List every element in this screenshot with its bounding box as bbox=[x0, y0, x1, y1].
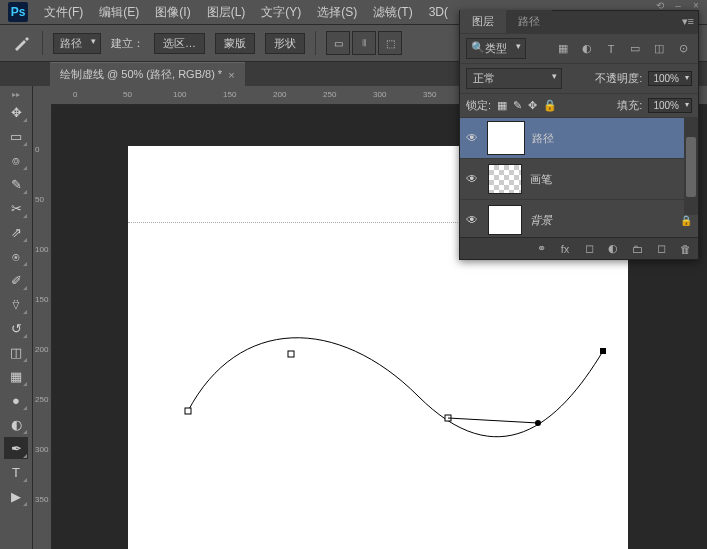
ruler-tick: 0 bbox=[73, 90, 77, 99]
dodge-tool[interactable]: ◐ bbox=[4, 413, 28, 435]
lock-pixels-icon[interactable]: ✎ bbox=[513, 99, 522, 112]
visibility-icon[interactable]: 👁 bbox=[466, 172, 480, 186]
svg-rect-1 bbox=[288, 351, 294, 357]
ruler-tick: 50 bbox=[123, 90, 132, 99]
layer-name[interactable]: 背景 bbox=[530, 213, 552, 228]
adjustment-layer-icon[interactable]: ◐ bbox=[606, 242, 620, 255]
ruler-tick: 350 bbox=[423, 90, 436, 99]
mode-dropdown[interactable]: 路径 bbox=[53, 33, 101, 54]
layer-name[interactable]: 画笔 bbox=[530, 172, 552, 187]
type-tool[interactable]: T bbox=[4, 461, 28, 483]
layer-list: 👁 路径 👁 画笔 👁 背景 🔒 bbox=[460, 117, 698, 237]
fill-label: 填充: bbox=[617, 98, 642, 113]
eraser-tool[interactable]: ◫ bbox=[4, 341, 28, 363]
healing-tool[interactable]: ⍟ bbox=[4, 245, 28, 267]
lock-transparency-icon[interactable]: ▦ bbox=[497, 99, 507, 112]
visibility-icon[interactable]: 👁 bbox=[466, 213, 480, 227]
layer-fx-icon[interactable]: fx bbox=[558, 243, 572, 255]
layer-item[interactable]: 👁 路径 bbox=[460, 117, 698, 158]
filter-pixel-icon[interactable]: ▦ bbox=[554, 41, 572, 57]
path-op-icon[interactable]: ▭ bbox=[326, 31, 350, 55]
history-brush-tool[interactable]: ↺ bbox=[4, 317, 28, 339]
filter-type-icon[interactable]: T bbox=[602, 41, 620, 57]
tab-close-icon[interactable]: × bbox=[228, 69, 234, 81]
filter-smart-icon[interactable]: ◫ bbox=[650, 41, 668, 57]
layer-item[interactable]: 👁 画笔 bbox=[460, 158, 698, 199]
mask-button[interactable]: 蒙版 bbox=[215, 33, 255, 54]
path-ops-group: ▭ ⫴ ⬚ bbox=[326, 31, 402, 55]
svg-rect-5 bbox=[600, 348, 606, 354]
eyedropper-tool[interactable]: ⇗ bbox=[4, 221, 28, 243]
app-logo: Ps bbox=[8, 2, 28, 22]
lock-label: 锁定: bbox=[466, 98, 491, 113]
link-layers-icon[interactable]: ⚭ bbox=[534, 242, 548, 255]
move-tool[interactable]: ✥ bbox=[4, 101, 28, 123]
new-layer-icon[interactable]: ◻ bbox=[654, 242, 668, 255]
establish-label: 建立： bbox=[111, 36, 144, 51]
layer-thumbnail[interactable] bbox=[488, 122, 524, 154]
filter-toggle-icon[interactable]: ⊙ bbox=[674, 41, 692, 57]
ruler-tick: 50 bbox=[35, 196, 49, 204]
visibility-icon[interactable]: 👁 bbox=[466, 131, 480, 145]
layers-scrollbar[interactable] bbox=[684, 117, 698, 215]
ruler-corner bbox=[33, 86, 52, 105]
menu-layer[interactable]: 图层(L) bbox=[199, 4, 254, 21]
panel-menu-icon[interactable]: ▾≡ bbox=[682, 15, 694, 28]
blur-tool[interactable]: ● bbox=[4, 389, 28, 411]
path-select-tool[interactable]: ▶ bbox=[4, 485, 28, 507]
menu-3d[interactable]: 3D( bbox=[421, 5, 456, 19]
layer-filter-row: 🔍类型 ▦ ◐ T ▭ ◫ ⊙ bbox=[460, 33, 698, 63]
ruler-tick: 250 bbox=[35, 396, 49, 404]
minimize-icon[interactable]: – bbox=[671, 0, 685, 10]
menu-type[interactable]: 文字(Y) bbox=[253, 4, 309, 21]
filter-adjust-icon[interactable]: ◐ bbox=[578, 41, 596, 57]
fill-value[interactable]: 100% bbox=[648, 98, 692, 113]
layer-thumbnail[interactable] bbox=[488, 205, 522, 235]
menu-select[interactable]: 选择(S) bbox=[309, 4, 365, 21]
menu-edit[interactable]: 编辑(E) bbox=[91, 4, 147, 21]
blend-opacity-row: 正常 不透明度: 100% bbox=[460, 63, 698, 93]
shape-button[interactable]: 形状 bbox=[265, 33, 305, 54]
path-align-icon[interactable]: ⫴ bbox=[352, 31, 376, 55]
delete-layer-icon[interactable]: 🗑 bbox=[678, 243, 692, 255]
blend-mode-dropdown[interactable]: 正常 bbox=[466, 68, 562, 89]
path-arrange-icon[interactable]: ⬚ bbox=[378, 31, 402, 55]
layer-mask-icon[interactable]: ◻ bbox=[582, 242, 596, 255]
pen-tool-preset-icon[interactable] bbox=[10, 32, 32, 54]
ruler-tick: 250 bbox=[323, 90, 336, 99]
close-icon[interactable]: × bbox=[689, 0, 703, 10]
layer-item[interactable]: 👁 背景 🔒 bbox=[460, 199, 698, 237]
layer-group-icon[interactable]: 🗀 bbox=[630, 243, 644, 255]
toolbox-collapse-icon[interactable]: ▸▸ bbox=[12, 90, 20, 100]
pen-tool[interactable]: ✒ bbox=[4, 437, 28, 459]
menu-file[interactable]: 文件(F) bbox=[36, 4, 91, 21]
ruler-tick: 100 bbox=[173, 90, 186, 99]
collapse-icon[interactable]: ⟲ bbox=[653, 0, 667, 10]
crop-tool[interactable]: ✂ bbox=[4, 197, 28, 219]
stamp-tool[interactable]: ⍢ bbox=[4, 293, 28, 315]
gradient-tool[interactable]: ▦ bbox=[4, 365, 28, 387]
marquee-tool[interactable]: ▭ bbox=[4, 125, 28, 147]
menu-image[interactable]: 图像(I) bbox=[147, 4, 198, 21]
lock-all-icon[interactable]: 🔒 bbox=[543, 99, 557, 112]
layers-panel-footer: ⚭ fx ◻ ◐ 🗀 ◻ 🗑 bbox=[460, 237, 698, 259]
lasso-tool[interactable]: ⌾ bbox=[4, 149, 28, 171]
menu-filter[interactable]: 滤镜(T) bbox=[365, 4, 420, 21]
layer-name[interactable]: 路径 bbox=[532, 131, 554, 146]
filter-type-dropdown[interactable]: 🔍类型 bbox=[466, 38, 526, 59]
document-tab[interactable]: 绘制虚线 @ 50% (路径, RGB/8) * × bbox=[50, 62, 245, 86]
tab-layers[interactable]: 图层 bbox=[460, 10, 506, 33]
quick-select-tool[interactable]: ✎ bbox=[4, 173, 28, 195]
brush-tool[interactable]: ✐ bbox=[4, 269, 28, 291]
tab-paths[interactable]: 路径 bbox=[506, 10, 552, 33]
svg-rect-0 bbox=[185, 408, 191, 414]
ruler-tick: 350 bbox=[35, 496, 49, 504]
lock-position-icon[interactable]: ✥ bbox=[528, 99, 537, 112]
selection-button[interactable]: 选区… bbox=[154, 33, 205, 54]
vertical-ruler[interactable]: 0 50 100 150 200 250 300 350 bbox=[33, 104, 52, 549]
layer-thumbnail[interactable] bbox=[488, 164, 522, 194]
ruler-tick: 0 bbox=[35, 146, 49, 154]
filter-shape-icon[interactable]: ▭ bbox=[626, 41, 644, 57]
opacity-value[interactable]: 100% bbox=[648, 71, 692, 86]
panel-tabs: 图层 路径 ▾≡ bbox=[460, 11, 698, 33]
